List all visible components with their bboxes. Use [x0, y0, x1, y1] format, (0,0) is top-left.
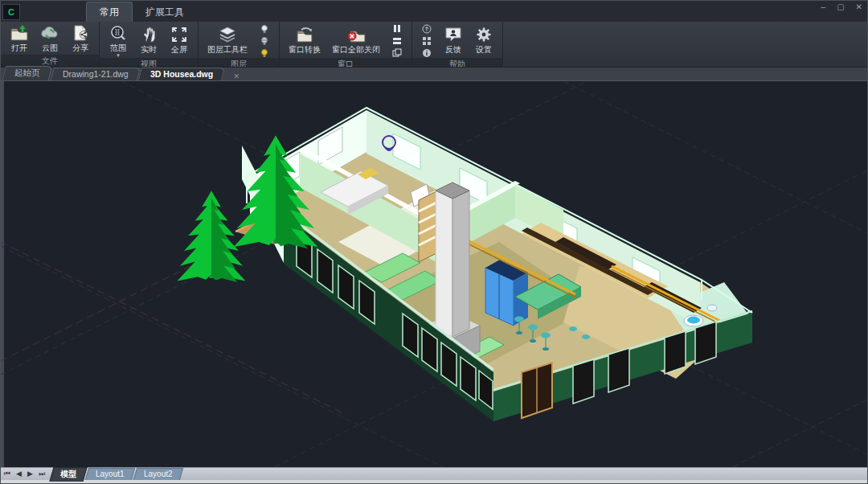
ribbon: 打开 云图 [1, 22, 867, 67]
prev-layout-icon[interactable]: ◀ [16, 470, 22, 478]
window-switch-button[interactable]: 窗口转换 [285, 25, 325, 56]
ribbon-group-view: 范围 ▾ 实时 [100, 22, 199, 67]
ribbon-group-help: 反馈 设置 [412, 22, 503, 67]
ribbon-tab-extended-tools[interactable]: 扩展工具 [133, 2, 197, 22]
settings-button[interactable]: 设置 [470, 25, 497, 56]
close-button[interactable]: ✕ [856, 3, 862, 11]
window-close-all-icon [346, 26, 366, 43]
layout-tab-layout1[interactable]: Layout1 [85, 468, 135, 480]
pan-realtime-button[interactable]: 实时 [135, 25, 162, 56]
last-layout-icon[interactable]: ⏭ [39, 470, 45, 478]
house-model [242, 108, 752, 421]
layout-tab-layout2[interactable]: Layout2 [133, 468, 183, 480]
ribbon-group-file: 打开 云图 [1, 22, 100, 67]
open-folder-icon [10, 24, 29, 42]
tile-horizontal-icon[interactable] [390, 35, 404, 46]
cloud-drawing-button[interactable]: 云图 [36, 23, 63, 55]
doc-tab-drawing1[interactable]: Drawing1-21.dwg [51, 68, 141, 80]
app-logo-icon[interactable]: C [2, 4, 20, 20]
check-update-icon[interactable] [420, 23, 434, 34]
fullscreen-arrows-icon [170, 26, 189, 43]
window-switch-icon [295, 26, 314, 43]
maximize-button[interactable]: ▢ [837, 3, 844, 11]
doc-tab-3d-housea[interactable]: 3D Housea.dwg [138, 68, 225, 80]
settings-gear-icon [474, 26, 493, 43]
share-doc-icon [71, 24, 90, 42]
layers-icon [218, 26, 237, 43]
layer-on-bulb-icon[interactable] [257, 23, 272, 34]
cloud-sync-icon [40, 24, 59, 42]
layout-tab-model[interactable]: 模型 [49, 467, 87, 482]
document-tab-bar: 起始页 Drawing1-21.dwg 3D Housea.dwg ✕ [1, 67, 867, 80]
feedback-button[interactable]: 反馈 [440, 25, 467, 56]
window-controls: – ▢ ✕ [821, 3, 862, 11]
first-layout-icon[interactable]: ⏮ [4, 470, 10, 478]
tab-close-icon[interactable]: ✕ [230, 72, 243, 80]
window-bottom-edge [1, 480, 867, 483]
layer-current-bulb-icon[interactable] [257, 47, 272, 58]
zoom-extents-icon [108, 24, 128, 42]
titlebar: C 常用 扩展工具 – ▢ ✕ [1, 1, 867, 22]
next-layout-icon[interactable]: ▶ [27, 470, 33, 478]
layer-freeze-bulb-icon[interactable] [257, 35, 272, 46]
model-scene [1, 81, 867, 467]
cad-application-window: C 常用 扩展工具 – ▢ ✕ 打开 [0, 0, 868, 484]
ribbon-group-layer: 图层工具栏 图层 [199, 22, 280, 67]
minimize-button[interactable]: – [821, 3, 826, 11]
open-button[interactable]: 打开 [6, 23, 33, 55]
ribbon-tab-common[interactable]: 常用 [86, 2, 133, 22]
close-all-windows-button[interactable]: 窗口全部关闭 [328, 25, 384, 56]
info-icon[interactable] [420, 47, 434, 58]
tile-vertical-icon[interactable] [390, 23, 404, 34]
layout-tab-bar: ⏮ ◀ ▶ ⏭ 模型 Layout1 Layout2 [1, 467, 867, 480]
layout-nav: ⏮ ◀ ▶ ⏭ [4, 470, 45, 478]
tile-grid-icon[interactable] [420, 35, 434, 46]
layer-toolbar-button[interactable]: 图层工具栏 [203, 25, 252, 56]
chevron-down-icon[interactable]: ▾ [117, 54, 120, 57]
zoom-extents-button[interactable]: 范围 ▾ [104, 23, 132, 58]
doc-tab-start-page[interactable]: 起始页 [2, 66, 52, 80]
cascade-windows-icon[interactable] [390, 47, 404, 58]
feedback-icon [444, 26, 463, 43]
ribbon-group-window: 窗口转换 窗口全部关闭 [280, 22, 412, 67]
pan-hand-icon [139, 26, 158, 43]
fullscreen-button[interactable]: 全屏 [166, 25, 193, 56]
drawing-canvas[interactable] [1, 80, 867, 467]
share-button[interactable]: 分享 [67, 23, 94, 55]
front-door [522, 363, 552, 418]
